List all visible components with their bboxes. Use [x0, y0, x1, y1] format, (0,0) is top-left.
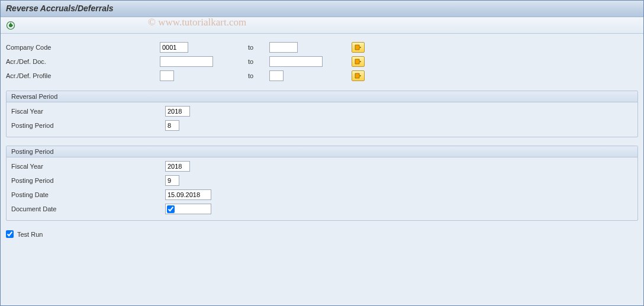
- multiple-selection-button[interactable]: [352, 56, 365, 67]
- label-rev-fiscal-year: Fiscal Year: [11, 108, 165, 115]
- label-post-posting-period: Posting Period: [11, 177, 165, 184]
- acr-def-doc-from-input[interactable]: [160, 56, 213, 67]
- page-title: Reverse Accruals/Deferrals: [0, 0, 644, 17]
- label-company-code: Company Code: [6, 44, 160, 51]
- to-label-acr-def-profile: to: [246, 72, 269, 79]
- post-fiscal-year-input[interactable]: [165, 161, 190, 172]
- label-acr-def-profile: Acr./Def. Profile: [6, 72, 160, 79]
- row-acr-def-profile: Acr./Def. Profile to: [6, 69, 638, 82]
- label-acr-def-doc: Acr./Def. Doc.: [6, 58, 160, 65]
- test-run-checkbox[interactable]: [6, 230, 14, 238]
- label-post-fiscal-year: Fiscal Year: [11, 163, 165, 170]
- group-posting-period: Posting Period Fiscal Year Posting Perio…: [6, 146, 638, 221]
- document-date-checkbox[interactable]: [167, 205, 175, 213]
- label-posting-date: Posting Date: [11, 191, 165, 198]
- row-acr-def-doc: Acr./Def. Doc. to: [6, 55, 638, 68]
- rev-fiscal-year-input[interactable]: [165, 106, 190, 117]
- group-title-posting-period: Posting Period: [7, 146, 637, 157]
- acr-def-profile-to-input[interactable]: [269, 70, 284, 81]
- acr-def-doc-to-input[interactable]: [269, 56, 323, 67]
- label-document-date: Document Date: [11, 205, 165, 212]
- to-label-acr-def-doc: to: [246, 58, 269, 65]
- posting-date-input[interactable]: [165, 189, 211, 200]
- group-reversal-period: Reversal Period Fiscal Year Posting Peri…: [6, 91, 638, 137]
- company-code-to-input[interactable]: [269, 42, 298, 53]
- company-code-from-input[interactable]: [160, 42, 188, 53]
- multiple-selection-button[interactable]: [352, 42, 365, 53]
- execute-icon[interactable]: [5, 20, 17, 31]
- row-company-code: Company Code to: [6, 41, 638, 54]
- rev-posting-period-input[interactable]: [165, 120, 179, 131]
- label-test-run: Test Run: [17, 231, 43, 238]
- acr-def-profile-from-input[interactable]: [160, 70, 174, 81]
- label-rev-posting-period: Posting Period: [11, 122, 165, 129]
- toolbar: [0, 17, 644, 34]
- multiple-selection-button[interactable]: [352, 70, 365, 81]
- post-posting-period-input[interactable]: [165, 175, 179, 186]
- to-label-company-code: to: [246, 44, 269, 51]
- row-test-run: Test Run: [6, 230, 638, 238]
- group-title-reversal-period: Reversal Period: [7, 91, 637, 102]
- document-date-field[interactable]: [165, 204, 211, 214]
- content-area: Company Code to Acr./Def. Doc. to Acr./D…: [0, 34, 644, 245]
